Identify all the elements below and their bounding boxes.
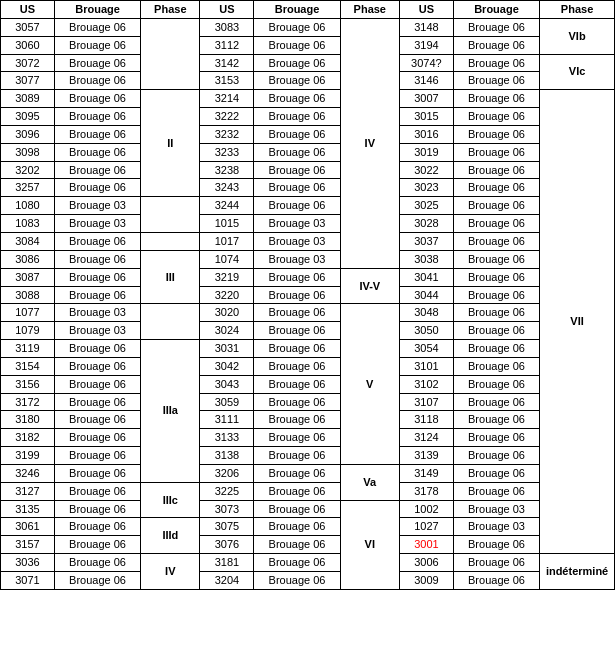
us-value-col2: 1015: [200, 215, 254, 233]
table-row: 1077Brouage 033020Brouage 06V3048Brouage…: [1, 304, 615, 322]
brouage-value-col3: Brouage 06: [453, 572, 539, 590]
brouage-value-col3: Brouage 03: [453, 518, 539, 536]
table-row: 3057Brouage 063083Brouage 06IV3148Brouag…: [1, 18, 615, 36]
us-value-col2: 3112: [200, 36, 254, 54]
us-value-col3: 3118: [399, 411, 453, 429]
us-value-col2: 3232: [200, 125, 254, 143]
us-value-col2: 3238: [200, 161, 254, 179]
brouage-value-col3: Brouage 06: [453, 125, 539, 143]
brouage-value-col2: Brouage 03: [254, 250, 340, 268]
brouage-value-col3: Brouage 06: [453, 554, 539, 572]
us-value-col3: 3139: [399, 447, 453, 465]
brouage-value-col2: Brouage 06: [254, 286, 340, 304]
table-row: 3199Brouage 063138Brouage 063139Brouage …: [1, 447, 615, 465]
brouage-value-col1: Brouage 03: [54, 215, 140, 233]
brouage-value-col1: Brouage 06: [54, 90, 140, 108]
brouage-value-col2: Brouage 06: [254, 36, 340, 54]
table-row: 3246Brouage 063206Brouage 06Va3149Brouag…: [1, 464, 615, 482]
brouage-value-col2: Brouage 06: [254, 375, 340, 393]
us-value-col1: 3071: [1, 572, 55, 590]
us-value-col1: 3061: [1, 518, 55, 536]
brouage-value-col1: Brouage 06: [54, 572, 140, 590]
brouage-value-col2: Brouage 06: [254, 518, 340, 536]
us-value-col3: 3007: [399, 90, 453, 108]
us-value-col2: 3243: [200, 179, 254, 197]
brouage-value-col1: Brouage 06: [54, 464, 140, 482]
table-row: 1079Brouage 033024Brouage 063050Brouage …: [1, 322, 615, 340]
us-value-col2: 3043: [200, 375, 254, 393]
us-value-col1: 3156: [1, 375, 55, 393]
brouage-value-col2: Brouage 06: [254, 322, 340, 340]
us-value-col3: 3001: [399, 536, 453, 554]
phase-cell-col3: indéterminé: [540, 554, 615, 590]
brouage-value-col2: Brouage 06: [254, 108, 340, 126]
phase-cell-col1: IIIc: [141, 482, 200, 518]
brouage-value-col3: Brouage 06: [453, 108, 539, 126]
phase-cell-col3: VIb: [540, 18, 615, 54]
table-row: 3095Brouage 063222Brouage 063015Brouage …: [1, 108, 615, 126]
us-value-col1: 3157: [1, 536, 55, 554]
brouage-value-col3: Brouage 06: [453, 268, 539, 286]
table-row: 3036Brouage 06IV3181Brouage 063006Brouag…: [1, 554, 615, 572]
table-row: 1083Brouage 031015Brouage 033028Brouage …: [1, 215, 615, 233]
table-row: 3172Brouage 063059Brouage 063107Brouage …: [1, 393, 615, 411]
us-value-col3: 3102: [399, 375, 453, 393]
brouage-value-col1: Brouage 06: [54, 179, 140, 197]
us-value-col1: 3257: [1, 179, 55, 197]
us-value-col1: 3036: [1, 554, 55, 572]
us-value-col1: 3180: [1, 411, 55, 429]
us-value-col1: 3098: [1, 143, 55, 161]
us-value-col2: 3142: [200, 54, 254, 72]
phase-cell-col1: IIId: [141, 518, 200, 554]
brouage-value-col1: Brouage 06: [54, 143, 140, 161]
us-value-col2: 3111: [200, 411, 254, 429]
us-value-col3: 3022: [399, 161, 453, 179]
us-value-col3: 3048: [399, 304, 453, 322]
brouage-value-col1: Brouage 03: [54, 322, 140, 340]
header-us-1: US: [1, 1, 55, 19]
us-value-col3: 3146: [399, 72, 453, 90]
brouage-value-col3: Brouage 06: [453, 36, 539, 54]
header-brouage-1: Brouage: [54, 1, 140, 19]
brouage-value-col2: Brouage 06: [254, 500, 340, 518]
brouage-value-col2: Brouage 03: [254, 215, 340, 233]
brouage-value-col1: Brouage 06: [54, 447, 140, 465]
us-value-col1: 3087: [1, 268, 55, 286]
brouage-value-col3: Brouage 06: [453, 179, 539, 197]
brouage-value-col2: Brouage 06: [254, 72, 340, 90]
phase-cell-col1: [141, 232, 200, 250]
brouage-value-col1: Brouage 06: [54, 357, 140, 375]
us-value-col3: 3028: [399, 215, 453, 233]
brouage-value-col1: Brouage 06: [54, 125, 140, 143]
us-value-col3: 3009: [399, 572, 453, 590]
us-value-col2: 3225: [200, 482, 254, 500]
us-value-col1: 3096: [1, 125, 55, 143]
brouage-value-col3: Brouage 06: [453, 161, 539, 179]
brouage-value-col1: Brouage 06: [54, 340, 140, 358]
us-value-col3: 3054: [399, 340, 453, 358]
table-row: 1080Brouage 033244Brouage 063025Brouage …: [1, 197, 615, 215]
header-phase-1: Phase: [141, 1, 200, 19]
us-value-col3: 3019: [399, 143, 453, 161]
brouage-value-col1: Brouage 06: [54, 232, 140, 250]
brouage-value-col3: Brouage 06: [453, 197, 539, 215]
table-row: 3087Brouage 063219Brouage 06IV-V3041Brou…: [1, 268, 615, 286]
brouage-value-col1: Brouage 06: [54, 54, 140, 72]
table-row: 3202Brouage 063238Brouage 063022Brouage …: [1, 161, 615, 179]
brouage-value-col3: Brouage 06: [453, 393, 539, 411]
us-value-col2: 1017: [200, 232, 254, 250]
phase-cell-col2: IV: [340, 18, 399, 268]
brouage-value-col1: Brouage 03: [54, 197, 140, 215]
brouage-value-col2: Brouage 06: [254, 447, 340, 465]
us-value-col1: 3172: [1, 393, 55, 411]
us-value-col1: 3127: [1, 482, 55, 500]
brouage-value-col1: Brouage 06: [54, 36, 140, 54]
us-value-col3: 3037: [399, 232, 453, 250]
phase-cell-col3: VIc: [540, 54, 615, 90]
brouage-value-col2: Brouage 06: [254, 179, 340, 197]
table-row: 3088Brouage 063220Brouage 063044Brouage …: [1, 286, 615, 304]
us-value-col1: 1079: [1, 322, 55, 340]
brouage-value-col3: Brouage 06: [453, 286, 539, 304]
us-value-col2: 3219: [200, 268, 254, 286]
brouage-value-col1: Brouage 06: [54, 268, 140, 286]
